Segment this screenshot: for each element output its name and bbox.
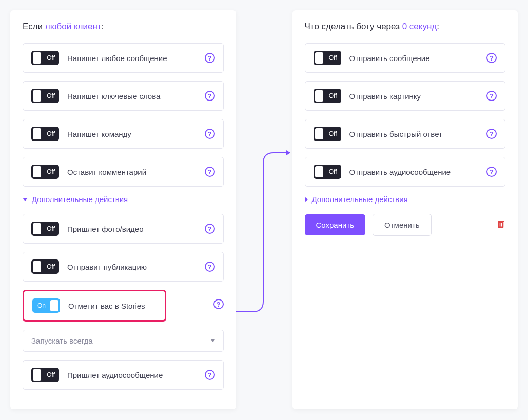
trigger-label: Оставит комментарий xyxy=(67,168,197,176)
chevron-down-icon xyxy=(23,198,28,201)
toggle-switch[interactable]: Off xyxy=(31,222,59,236)
help-icon[interactable]: ? xyxy=(486,167,497,177)
action-label: Отправить картинку xyxy=(349,92,479,101)
toggle-switch[interactable]: Off xyxy=(31,165,59,179)
help-icon[interactable]: ? xyxy=(205,262,215,272)
trash-icon xyxy=(496,219,505,229)
cancel-button[interactable]: Отменить xyxy=(373,214,432,236)
extra-actions-label: Дополнительные действия xyxy=(32,195,128,204)
help-icon[interactable]: ? xyxy=(213,299,224,309)
any-client-link[interactable]: любой клиент xyxy=(45,22,102,31)
help-icon[interactable]: ? xyxy=(486,129,497,139)
trigger-row[interactable]: Off Напишет ключевые слова ? xyxy=(23,81,224,111)
toggle-switch[interactable]: Off xyxy=(314,127,341,141)
action-label: Отправить сообщение xyxy=(349,54,479,63)
toggle-switch[interactable]: Off xyxy=(31,259,59,274)
triggers-panel: Если любой клиент: Off Напишет любое соо… xyxy=(10,10,236,409)
help-icon[interactable]: ? xyxy=(486,53,497,63)
header-suffix: : xyxy=(102,22,104,31)
action-row[interactable]: Off Отправить быстрый ответ ? xyxy=(305,119,506,149)
trigger-row[interactable]: Off Оставит комментарий ? xyxy=(23,157,224,187)
builder-container: Если любой клиент: Off Напишет любое соо… xyxy=(10,10,518,409)
help-icon[interactable]: ? xyxy=(205,224,215,234)
trigger-row[interactable]: Off Отправит публикацию ? xyxy=(23,252,224,282)
help-icon[interactable]: ? xyxy=(486,91,497,101)
extra-actions-label: Дополнительные действия xyxy=(312,195,408,204)
trigger-label: Отметит вас в Stories xyxy=(68,302,157,310)
toggle-switch[interactable]: Off xyxy=(314,89,341,103)
toggle-switch[interactable]: Off xyxy=(314,51,341,65)
action-label: Отправить быстрый ответ xyxy=(349,130,479,138)
toggle-switch[interactable]: Off xyxy=(31,51,59,65)
chevron-right-icon xyxy=(305,197,308,202)
action-buttons: Сохранить Отменить xyxy=(305,214,506,236)
header-prefix: Если xyxy=(23,22,45,31)
trigger-label: Отправит публикацию xyxy=(67,263,197,271)
trigger-label: Напишет ключевые слова xyxy=(67,92,197,101)
toggle-switch[interactable]: Off xyxy=(31,368,59,382)
action-row[interactable]: Off Отправить аудиосообщение ? xyxy=(305,157,506,187)
extra-actions-toggle[interactable]: Дополнительные действия xyxy=(305,195,506,204)
trigger-row[interactable]: Off Напишет команду ? xyxy=(23,119,224,149)
trigger-row-highlighted[interactable]: On Отметит вас в Stories xyxy=(23,290,166,322)
action-row[interactable]: Off Отправить картинку ? xyxy=(305,81,506,111)
trigger-label: Напишет любое сообщение xyxy=(67,54,197,63)
run-mode-select[interactable]: Запускать всегда xyxy=(23,330,224,352)
select-value: Запускать всегда xyxy=(31,336,93,345)
help-icon[interactable]: ? xyxy=(205,129,215,139)
save-button[interactable]: Сохранить xyxy=(305,214,366,235)
trigger-label: Напишет команду xyxy=(67,130,197,138)
delete-button[interactable] xyxy=(496,219,505,231)
actions-panel: Что сделать боту через 0 секунд: Off Отп… xyxy=(292,10,518,409)
delay-link[interactable]: 0 секунд xyxy=(402,22,437,31)
action-row[interactable]: Off Отправить сообщение ? xyxy=(305,43,506,73)
toggle-switch[interactable]: Off xyxy=(314,165,341,179)
trigger-row[interactable]: Off Напишет любое сообщение ? xyxy=(23,43,224,73)
connector-line xyxy=(235,143,297,317)
actions-header: Что сделать боту через 0 секунд: xyxy=(305,22,506,32)
trigger-row[interactable]: Off Пришлет аудиосообщение ? xyxy=(23,360,224,390)
trigger-label: Пришлет фото/видео xyxy=(67,225,197,233)
extra-actions-toggle[interactable]: Дополнительные действия xyxy=(23,195,224,204)
trigger-row[interactable]: Off Пришлет фото/видео ? xyxy=(23,214,224,244)
help-icon[interactable]: ? xyxy=(205,370,215,380)
help-icon[interactable]: ? xyxy=(205,91,215,101)
header-suffix: : xyxy=(437,22,439,31)
triggers-header: Если любой клиент: xyxy=(23,22,224,32)
toggle-switch[interactable]: Off xyxy=(31,127,59,141)
help-icon[interactable]: ? xyxy=(205,167,215,177)
trigger-label: Пришлет аудиосообщение xyxy=(67,371,197,379)
caret-down-icon xyxy=(211,339,215,342)
action-label: Отправить аудиосообщение xyxy=(349,168,479,176)
toggle-switch[interactable]: On xyxy=(32,298,60,313)
help-icon[interactable]: ? xyxy=(205,53,215,63)
header-prefix: Что сделать боту через xyxy=(305,22,402,31)
toggle-switch[interactable]: Off xyxy=(31,89,59,103)
